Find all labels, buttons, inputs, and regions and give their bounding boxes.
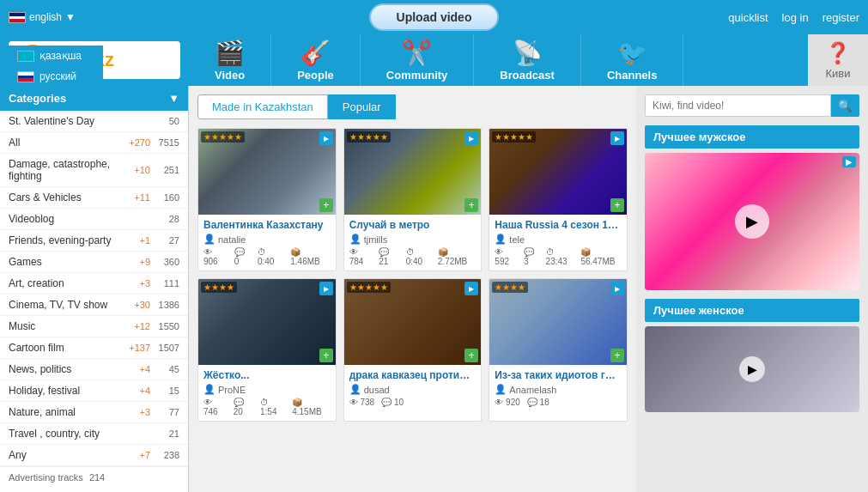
play-button[interactable]: ▶ bbox=[464, 131, 478, 145]
sidebar-header: Categories ▼ bbox=[0, 86, 188, 111]
nav-channels[interactable]: 🐦 Channels bbox=[581, 34, 684, 86]
play-button[interactable]: ▶ bbox=[319, 282, 333, 295]
video-thumb: ★★★★★ ▶ + bbox=[344, 129, 482, 215]
play-button[interactable]: ▶ bbox=[610, 131, 624, 145]
video-size: 📦 4.15MB bbox=[292, 398, 331, 416]
language-selector[interactable]: english ▼ bbox=[9, 11, 76, 23]
user-icon: 👤 bbox=[349, 234, 361, 245]
video-thumb: ★★★★ ▶ + bbox=[198, 279, 336, 365]
sidebar-item-count: 27 bbox=[154, 235, 179, 246]
sidebar-items: St. Valentine's Day 50 All +270 7515 Dam… bbox=[0, 111, 188, 466]
sidebar-item-count: 28 bbox=[154, 214, 179, 224]
add-button[interactable]: + bbox=[610, 198, 624, 212]
upload-button[interactable]: Upload video bbox=[369, 3, 500, 31]
video-card[interactable]: ★★★★★ ▶ + драка кавказец против двух 👤 d… bbox=[343, 278, 483, 422]
video-stars: ★★★★ bbox=[492, 282, 528, 293]
video-card[interactable]: ★★★★★ ▶ + Валентинка Казахстану 👤 natali… bbox=[197, 128, 337, 271]
sidebar-item[interactable]: Cinema, TV, TV show +30 1386 bbox=[0, 295, 188, 316]
nav-people[interactable]: 🎸 People bbox=[271, 34, 361, 86]
sidebar-item-count: 160 bbox=[154, 192, 179, 203]
play-button[interactable]: ▶ bbox=[319, 131, 333, 145]
sidebar-item[interactable]: Videoblog 28 bbox=[0, 209, 188, 230]
featured-video-female[interactable]: ▶ bbox=[645, 326, 859, 412]
video-title: Из-за таких идиотов гибнут люди bbox=[495, 369, 622, 381]
add-button[interactable]: + bbox=[464, 198, 478, 212]
add-button[interactable]: + bbox=[319, 198, 333, 212]
play-button[interactable]: ▶ bbox=[464, 282, 478, 295]
nav-community[interactable]: ✂️ Community bbox=[361, 34, 475, 86]
video-user: 👤 dusad bbox=[349, 384, 476, 395]
lang-option-ru[interactable]: русский bbox=[9, 66, 103, 87]
nav-kiwi[interactable]: ❓ Киви bbox=[808, 34, 868, 86]
sidebar-item[interactable]: All +270 7515 bbox=[0, 132, 188, 154]
sidebar-item[interactable]: Holiday, festival +4 15 bbox=[0, 380, 188, 402]
video-info: Валентинка Казахстану 👤 natalie 👁 906 💬 … bbox=[198, 215, 336, 270]
user-icon: 👤 bbox=[495, 384, 507, 395]
video-stars: ★★★★★ bbox=[347, 131, 391, 143]
sidebar-item[interactable]: Damage, catastrophe, fighting +10 251 bbox=[0, 154, 188, 187]
video-thumb: ★★★★★ ▶ + bbox=[198, 129, 336, 215]
sidebar-item[interactable]: Cartoon film +137 1507 bbox=[0, 337, 188, 359]
language-chevron: ▼ bbox=[65, 11, 76, 23]
sidebar-item-name: St. Valentine's Day bbox=[9, 115, 124, 127]
tab-popular[interactable]: Popular bbox=[328, 94, 396, 119]
add-button[interactable]: + bbox=[319, 349, 333, 362]
sidebar-item[interactable]: Nature, animal +3 77 bbox=[0, 402, 188, 423]
video-card[interactable]: ★★★★★ ▶ + Наша Russia 4 сезон 14 выпуск … bbox=[489, 128, 628, 271]
video-title: Случай в метро bbox=[349, 219, 476, 231]
sidebar-item-count: 7515 bbox=[154, 137, 179, 148]
sidebar-item[interactable]: Cars & Vehicles +11 160 bbox=[0, 187, 188, 209]
video-card[interactable]: ★★★★ ▶ + Из-за таких идиотов гибнут люди… bbox=[489, 278, 628, 422]
sidebar-item[interactable]: Art, creation +3 111 bbox=[0, 273, 188, 295]
channels-icon: 🐦 bbox=[617, 39, 647, 67]
sidebar-item-count: 360 bbox=[154, 257, 179, 267]
search-input[interactable] bbox=[645, 94, 831, 117]
video-info: Из-за таких идиотов гибнут люди 👤 Anamel… bbox=[489, 365, 627, 411]
nav-community-label: Community bbox=[386, 69, 448, 82]
sidebar-item[interactable]: St. Valentine's Day 50 bbox=[0, 111, 188, 132]
sidebar-item-name: Cars & Vehicles bbox=[9, 191, 124, 203]
search-bar: 🔍 bbox=[645, 94, 859, 117]
sidebar-item[interactable]: Music +12 1550 bbox=[0, 316, 188, 337]
nav-broadcast-label: Broadcast bbox=[500, 69, 555, 82]
login-link[interactable]: log in bbox=[782, 11, 809, 24]
video-user: 👤 ProNE bbox=[203, 384, 331, 395]
username: tjmills bbox=[364, 234, 388, 245]
sidebar-item[interactable]: Travel , country, city 21 bbox=[0, 423, 188, 445]
sidebar-item-count: 1386 bbox=[154, 300, 179, 310]
featured-play-btn[interactable]: ▶ bbox=[842, 156, 856, 167]
sidebar-item-count: 238 bbox=[154, 450, 179, 460]
sidebar-item[interactable]: Any +7 238 bbox=[0, 445, 188, 466]
sidebar-item[interactable]: Games +9 360 bbox=[0, 252, 188, 273]
sidebar-item-name: Holiday, festival bbox=[9, 385, 124, 397]
nav-bar: ▶ kiwi.kz 🎬 Video 🎸 People ✂️ Community … bbox=[0, 34, 868, 86]
video-card[interactable]: ★★★★★ ▶ + Случай в метро 👤 tjmills 👁 784… bbox=[343, 128, 483, 271]
video-stars: ★★★★★ bbox=[201, 131, 245, 143]
comment-count: 💬 20 bbox=[234, 398, 253, 416]
search-button[interactable]: 🔍 bbox=[831, 94, 859, 117]
video-user: 👤 natalie bbox=[203, 234, 331, 245]
username: tele bbox=[509, 234, 525, 245]
sidebar-item[interactable]: Friends, evening-party +1 27 bbox=[0, 230, 188, 252]
nav-video[interactable]: 🎬 Video bbox=[189, 34, 271, 86]
quicklist-link[interactable]: quicklist bbox=[728, 11, 768, 24]
user-icon: 👤 bbox=[495, 234, 507, 245]
video-stars: ★★★★★ bbox=[347, 282, 391, 293]
video-card[interactable]: ★★★★ ▶ + Жёстко... 👤 ProNE 👁 746 💬 20 ⏱ … bbox=[197, 278, 337, 422]
sidebar-item[interactable]: News, politics +4 45 bbox=[0, 359, 188, 380]
nav-broadcast[interactable]: 📡 Broadcast bbox=[474, 34, 581, 86]
username: natalie bbox=[218, 234, 246, 245]
add-button[interactable]: + bbox=[464, 349, 478, 362]
sidebar-item-name: Art, creation bbox=[9, 277, 124, 289]
play-button[interactable]: ▶ bbox=[610, 282, 624, 295]
tab-bar: Made in Kazakhstan Popular bbox=[197, 94, 628, 119]
sidebar-collapse-icon[interactable]: ▼ bbox=[168, 92, 179, 105]
sidebar-item-delta: +30 bbox=[124, 300, 150, 310]
view-count: 👁 906 bbox=[203, 247, 228, 266]
video-stats: 👁 906 💬 0 ⏱ 0:40 📦 1.46MB bbox=[203, 247, 331, 266]
tab-made-in-kz[interactable]: Made in Kazakhstan bbox=[197, 94, 328, 119]
add-button[interactable]: + bbox=[610, 349, 624, 362]
lang-option-kz[interactable]: қазақша bbox=[9, 46, 103, 66]
register-link[interactable]: register bbox=[822, 11, 859, 24]
featured-video-male[interactable]: ▶ ▶ bbox=[645, 153, 859, 290]
